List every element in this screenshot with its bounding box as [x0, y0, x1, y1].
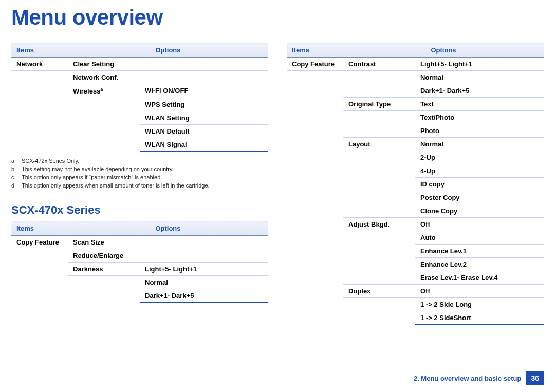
- cell-value: [140, 236, 268, 249]
- cell-item: [287, 258, 343, 271]
- superscript: a: [100, 87, 103, 92]
- cell-item: [287, 231, 343, 245]
- cell-value: Normal: [415, 71, 544, 84]
- table-copy-left: Items Options Copy FeatureScan SizeReduc…: [11, 221, 268, 303]
- table-row: WLAN Signal: [11, 138, 268, 152]
- cell-option: [343, 191, 415, 204]
- footnote: a.SCX-472x Series Only.: [11, 157, 268, 165]
- table-row: WirelessaWi-Fi ON/OFF: [11, 84, 268, 98]
- cell-item: [287, 111, 343, 124]
- cell-option: Adjust Bkgd.: [343, 218, 415, 231]
- cell-option: [343, 231, 415, 245]
- table-row: Dark+1- Dark+5: [11, 289, 268, 303]
- cell-option: [343, 258, 415, 271]
- cell-value: WLAN Signal: [140, 138, 268, 152]
- columns: Items Options NetworkClear SettingNetwor…: [0, 43, 555, 325]
- cell-option: [68, 289, 140, 303]
- cell-value: 4-Up: [415, 164, 544, 178]
- table-row: Enhance Lev.2: [287, 258, 544, 271]
- cell-item: [287, 178, 343, 191]
- cell-option: Original Type: [343, 98, 415, 111]
- cell-value: WLAN Setting: [140, 111, 268, 125]
- table-row: Photo: [287, 124, 544, 138]
- cell-item: [11, 263, 68, 276]
- footnote-text: This setting may not be available depend…: [22, 165, 174, 174]
- footnote-letter: b.: [11, 165, 18, 174]
- cell-option: Scan Size: [68, 236, 140, 249]
- cell-value: [140, 71, 268, 84]
- cell-option: [68, 125, 140, 138]
- cell-item: [287, 151, 343, 164]
- page-title: Menu overview: [0, 0, 555, 33]
- cell-option: Clear Setting: [68, 58, 140, 71]
- footer: 2. Menu overview and basic setup 36: [414, 371, 544, 385]
- table-row: DuplexOff: [287, 285, 544, 298]
- table-row: Dark+1- Dark+5: [287, 84, 544, 98]
- cell-value: Off: [415, 218, 544, 231]
- table-network: Items Options NetworkClear SettingNetwor…: [11, 43, 268, 152]
- cell-value: Enhance Lev.2: [415, 258, 544, 271]
- cell-item: [287, 271, 343, 285]
- table-row: 4-Up: [287, 164, 544, 178]
- table-row: Text/Photo: [287, 111, 544, 124]
- cell-item: [11, 125, 68, 138]
- footnote-letter: d.: [11, 182, 18, 190]
- cell-value: Dark+1- Dark+5: [140, 289, 268, 303]
- table-row: Network Conf.: [11, 71, 268, 84]
- cell-option: [343, 178, 415, 191]
- footnote-letter: c.: [11, 174, 18, 182]
- cell-value: 1 -> 2 Side Long: [415, 298, 544, 311]
- right-column: Items Options Copy FeatureContrastLight+…: [287, 43, 544, 325]
- cell-option: [68, 111, 140, 125]
- cell-item: [287, 191, 343, 204]
- cell-item: [11, 84, 68, 98]
- cell-option: [343, 245, 415, 258]
- table-row: 1 -> 2 SideShort: [287, 311, 544, 325]
- table-row: Original TypeText: [287, 98, 544, 111]
- cell-value: Text/Photo: [415, 111, 544, 124]
- cell-item: [287, 204, 343, 218]
- title-rule: [11, 33, 544, 33]
- table-row: Clone Copy: [287, 204, 544, 218]
- cell-value: ID copy: [415, 178, 544, 191]
- cell-option: Duplex: [343, 285, 415, 298]
- cell-value: 1 -> 2 SideShort: [415, 311, 544, 325]
- cell-option: [68, 138, 140, 152]
- cell-item: [287, 124, 343, 138]
- cell-option: Reduce/Enlarge: [68, 249, 140, 263]
- table-row: Enhance Lev.1: [287, 245, 544, 258]
- cell-value: Dark+1- Dark+5: [415, 84, 544, 98]
- table-row: DarknessLight+5- Light+1: [11, 263, 268, 276]
- cell-item: [287, 285, 343, 298]
- th-items: Items: [11, 43, 68, 58]
- cell-value: [140, 58, 268, 71]
- cell-value: Clone Copy: [415, 204, 544, 218]
- cell-value: Off: [415, 285, 544, 298]
- cell-item: [287, 245, 343, 258]
- cell-option: [343, 164, 415, 178]
- cell-value: Enhance Lev.1: [415, 245, 544, 258]
- cell-option: [343, 84, 415, 98]
- table-row: WPS Setting: [11, 98, 268, 111]
- cell-item: [287, 298, 343, 311]
- table-row: WLAN Setting: [11, 111, 268, 125]
- table-row: WLAN Default: [11, 125, 268, 138]
- footnote: c.This option only appears if “paper mis…: [11, 174, 268, 182]
- cell-value: WPS Setting: [140, 98, 268, 111]
- cell-item: [11, 98, 68, 111]
- table-row: Adjust Bkgd.Off: [287, 218, 544, 231]
- cell-item: Copy Feature: [11, 236, 68, 249]
- th-items: Items: [11, 221, 68, 236]
- cell-option: Darkness: [68, 263, 140, 276]
- cell-option: [343, 124, 415, 138]
- cell-value: Normal: [140, 276, 268, 289]
- cell-value: Normal: [415, 138, 544, 151]
- cell-item: [287, 98, 343, 111]
- table-row: LayoutNormal: [287, 138, 544, 151]
- cell-option: Layout: [343, 138, 415, 151]
- table-row: Auto: [287, 231, 544, 245]
- th-options: Options: [68, 221, 268, 236]
- cell-value: WLAN Default: [140, 125, 268, 138]
- th-options: Options: [343, 43, 544, 58]
- cell-item: [287, 311, 343, 325]
